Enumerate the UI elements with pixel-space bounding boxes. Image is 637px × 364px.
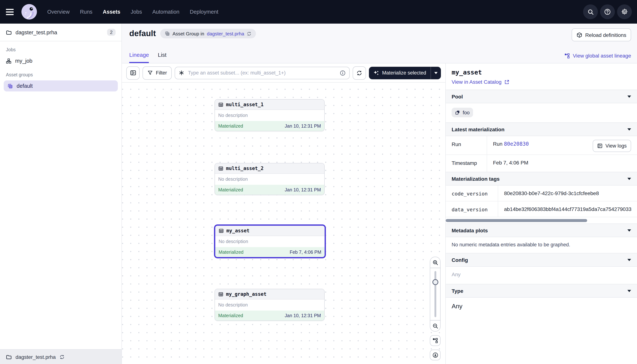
dagster-logo[interactable] bbox=[22, 4, 37, 20]
asset-group-icon bbox=[8, 84, 12, 88]
jobs-section-label: Jobs bbox=[0, 47, 121, 52]
asset-node-multi-asset-2[interactable]: multi_asset_2 No description Materialize… bbox=[215, 163, 325, 195]
asset-timestamp: Jan 10, 12:31 PM bbox=[285, 123, 321, 128]
external-link-icon bbox=[505, 80, 509, 84]
zoom-slider-handle[interactable] bbox=[432, 279, 438, 285]
pool-tag-label: foo bbox=[463, 110, 470, 115]
collapse-caret-icon[interactable] bbox=[627, 95, 631, 98]
reload-definitions-button[interactable]: Reload definitions bbox=[571, 28, 631, 41]
info-icon[interactable] bbox=[340, 70, 345, 75]
help-icon bbox=[605, 9, 610, 14]
collapse-caret-icon[interactable] bbox=[627, 259, 631, 261]
filter-button[interactable]: Filter bbox=[142, 66, 172, 80]
nav-item-assets[interactable]: Assets bbox=[103, 9, 120, 15]
repo-count-badge: 2 bbox=[107, 29, 116, 36]
run-prefix: Run bbox=[493, 141, 502, 147]
download-icon bbox=[433, 352, 438, 357]
asset-description: No description bbox=[218, 177, 248, 182]
nav-item-automation[interactable]: Automation bbox=[152, 9, 179, 15]
nav-item-overview[interactable]: Overview bbox=[47, 9, 70, 15]
sidebar-item-my-job[interactable]: my_job bbox=[0, 55, 121, 66]
logs-icon bbox=[598, 144, 602, 148]
lineage-canvas[interactable]: multi_asset_1 No description Materialize… bbox=[122, 82, 445, 364]
section-label: Type bbox=[452, 288, 463, 294]
view-logs-button[interactable]: View logs bbox=[593, 140, 631, 152]
section-header-materialization-tags[interactable]: Materialization tags bbox=[446, 172, 637, 186]
refresh-graph-button[interactable] bbox=[352, 66, 366, 80]
filter-funnel-icon bbox=[148, 71, 152, 74]
search-icon bbox=[588, 10, 593, 14]
nav-item-deployment[interactable]: Deployment bbox=[190, 9, 219, 15]
latest-materialization-table: Run Run 80e20830 View logs Timestamp bbox=[446, 136, 637, 172]
nav-item-runs[interactable]: Runs bbox=[80, 9, 93, 15]
scrollbar-thumb[interactable] bbox=[446, 219, 587, 222]
download-image-button[interactable] bbox=[430, 350, 441, 360]
asset-timestamp: Jan 10, 12:31 PM bbox=[285, 313, 321, 318]
section-header-pool[interactable]: Pool bbox=[446, 90, 637, 103]
table-icon bbox=[219, 167, 223, 170]
section-header-metadata-plots[interactable]: Metadata plots bbox=[446, 224, 637, 237]
zoom-in-button[interactable] bbox=[430, 257, 440, 268]
filter-label: Filter bbox=[156, 70, 167, 76]
refresh-icon[interactable] bbox=[248, 32, 251, 36]
run-id-link[interactable]: 80e20830 bbox=[504, 141, 529, 147]
materialization-tags-table: code_version 80e20830-b0e7-422c-979d-3c1… bbox=[446, 186, 637, 217]
view-global-asset-lineage-link[interactable]: View global asset lineage bbox=[564, 53, 631, 59]
reload-definitions-label: Reload definitions bbox=[585, 32, 626, 38]
settings-button[interactable] bbox=[617, 4, 632, 19]
top-nav: Overview Runs Assets Jobs Automation Dep… bbox=[0, 0, 637, 24]
metadata-empty-message: No numeric metadata entries available to… bbox=[446, 237, 637, 253]
refresh-icon[interactable] bbox=[60, 355, 64, 359]
asset-node-my-graph-asset[interactable]: my_graph_asset No description Materializ… bbox=[215, 289, 325, 321]
collapse-caret-icon[interactable] bbox=[627, 178, 631, 180]
hamburger-menu-icon[interactable] bbox=[6, 6, 17, 17]
section-label: Materialization tags bbox=[452, 176, 500, 182]
asset-name: my_asset bbox=[226, 228, 250, 234]
sidebar-item-default-group[interactable]: default bbox=[4, 80, 118, 92]
tab-list[interactable]: List bbox=[158, 52, 166, 63]
toggle-sidebar-panel-button[interactable] bbox=[126, 66, 140, 80]
section-header-config[interactable]: Config bbox=[446, 253, 637, 267]
asset-status: Materialized bbox=[218, 123, 243, 128]
search-button[interactable] bbox=[583, 4, 598, 19]
asset-subset-input[interactable] bbox=[187, 70, 337, 76]
pool-tag-foo[interactable]: foo bbox=[452, 108, 473, 117]
table-row: Timestamp Feb 7, 4:06 PM bbox=[446, 155, 637, 172]
collapse-caret-icon[interactable] bbox=[627, 290, 631, 292]
section-header-type[interactable]: Type bbox=[446, 284, 637, 298]
table-row: Run Run 80e20830 View logs bbox=[446, 136, 637, 155]
asset-description: No description bbox=[218, 113, 248, 118]
asset-timestamp: Jan 10, 12:31 PM bbox=[285, 187, 321, 192]
zoom-controls bbox=[430, 257, 441, 360]
asset-node-multi-asset-1[interactable]: multi_asset_1 No description Materialize… bbox=[215, 99, 325, 131]
materialize-dropdown-button[interactable] bbox=[431, 66, 441, 79]
lineage-icon bbox=[565, 54, 569, 58]
relayout-graph-button[interactable] bbox=[430, 335, 441, 346]
view-logs-label: View logs bbox=[605, 143, 627, 148]
tab-lineage[interactable]: Lineage bbox=[129, 52, 149, 63]
section-label: Latest materialization bbox=[452, 126, 504, 132]
main-area: default Asset Group in dagster_test.prha… bbox=[122, 24, 637, 364]
materialize-label: Materialize selected bbox=[382, 70, 426, 76]
asset-node-my-asset[interactable]: my_asset No description MaterializedFeb … bbox=[215, 225, 325, 258]
folder-icon bbox=[7, 30, 11, 34]
view-in-asset-catalog-link[interactable]: View in Asset Catalog bbox=[452, 79, 631, 85]
collapse-caret-icon[interactable] bbox=[627, 229, 631, 232]
page-title: default bbox=[129, 29, 156, 38]
help-button[interactable] bbox=[600, 4, 615, 19]
materialize-selected-button[interactable]: Materialize selected bbox=[369, 66, 441, 79]
zoom-slider-track[interactable] bbox=[434, 271, 436, 317]
nav-item-jobs[interactable]: Jobs bbox=[131, 9, 142, 15]
tag-value: ab14be32f606383bbf4a144cf77319a5da7ca754… bbox=[498, 201, 637, 217]
sidebar-repo-row[interactable]: dagster_test.prha 2 bbox=[0, 24, 121, 41]
collapse-caret-icon[interactable] bbox=[627, 128, 631, 130]
section-header-latest-materialization[interactable]: Latest materialization bbox=[446, 122, 637, 136]
zoom-in-icon bbox=[433, 260, 438, 264]
zoom-out-button[interactable] bbox=[430, 320, 440, 331]
table-row: code_version 80e20830-b0e7-422c-979d-3c1… bbox=[446, 186, 637, 201]
panel-toggle-icon bbox=[131, 71, 135, 75]
badge-repo-link[interactable]: dagster_test.prha bbox=[207, 31, 244, 36]
zoom-slider[interactable] bbox=[430, 268, 440, 320]
asset-name: my_graph_asset bbox=[226, 291, 266, 297]
materialize-sparkle-icon bbox=[374, 70, 378, 75]
